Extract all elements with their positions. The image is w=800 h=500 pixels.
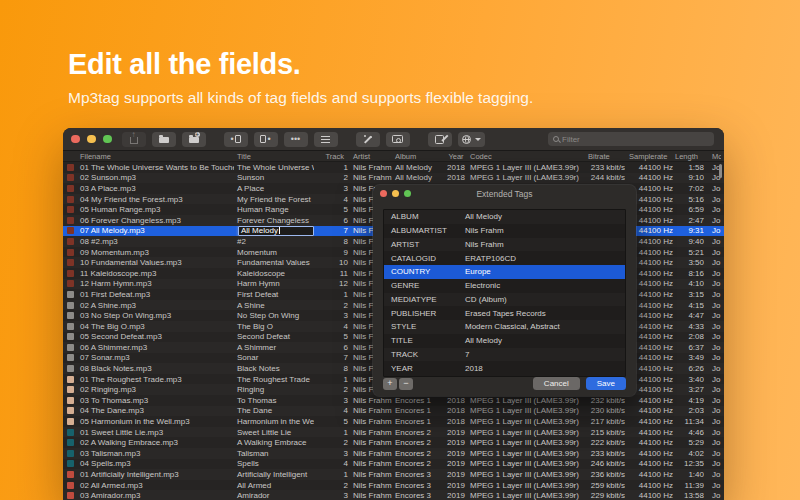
column-header-length[interactable]: Length [673,152,704,161]
column-header-album[interactable]: Album [393,152,444,161]
column-header-track[interactable]: Track [314,152,350,161]
track-row[interactable]: 02 All Armed.mp3All Armed2Nils FrahmEnco… [63,480,724,491]
cell-filename: 07 All Melody.mp3 [79,226,234,235]
minimize-button[interactable] [87,135,96,144]
cell-samplerate: 44100 Hz [625,428,673,437]
scrollbar-thumb[interactable] [719,164,722,178]
tag-field-row[interactable]: ALBUMARTISTNils Frahm [384,224,625,238]
save-button[interactable]: Save [586,377,626,390]
track-row[interactable]: 03 To Thomas.mp3To Thomas3Nils FrahmEnco… [63,395,724,406]
tag-field-name: TRACK [391,350,465,359]
tag-fields-list: ALBUMAll MelodyALBUMARTISTNils FrahmARTI… [383,209,626,377]
cell-title: The Roughest Trade [234,375,314,384]
tag-field-row[interactable]: TRACK7 [384,348,625,362]
album-art-thumbnail [67,354,74,361]
tag-field-name: GENRE [391,281,465,290]
actions-button[interactable] [356,132,380,147]
tag-field-row[interactable]: ARTISTNils Frahm [384,238,625,252]
cell-samplerate: 44100 Hz [625,491,673,500]
column-header-codec[interactable]: Codec [468,152,587,161]
cell-length: 3:27 [673,385,704,394]
save-tag-button[interactable]: • [254,132,278,147]
track-row[interactable]: 01 The Whole Universe Wants to Be Touche… [63,162,724,173]
tag-field-row[interactable]: ALBUMAll Melody [384,210,625,224]
cell-title: First Defeat [234,290,314,299]
cell-track: 2 [314,481,350,490]
web-sources-button[interactable] [458,132,485,147]
tag-field-row[interactable]: PUBLISHERErased Tapes Records [384,306,625,320]
filter-input[interactable] [562,135,709,144]
cell-modified: Jo [704,322,721,331]
cell-filename: 04 Spells.mp3 [79,459,234,468]
album-art-thumbnail [67,492,74,499]
track-row[interactable]: 01 Sweet Little Lie.mp3Sweet Little Lie1… [63,427,724,438]
tag-field-row[interactable]: STYLEModern Classical, Abstract [384,320,625,334]
cell-bitrate: 233 kbit/s [587,163,625,172]
cell-artist: Nils Frahm [350,163,393,172]
track-row[interactable]: 05 Harmonium in the Well.mp3Harmonium in… [63,416,724,427]
load-tag-button[interactable]: • [224,132,248,147]
track-row[interactable]: 02 Sunson.mp3Sunson2Nils FrahmAll Melody… [63,173,724,184]
cell-track: 4 [314,406,350,415]
column-header-title[interactable]: Title [234,152,314,161]
tag-field-name: ALBUMARTIST [391,226,465,235]
zoom-button[interactable] [103,135,112,144]
tag-field-row[interactable]: MEDIATYPECD (Album) [384,293,625,307]
album-art-button[interactable] [386,132,410,147]
track-row[interactable]: 03 Amirador.mp3Amirador3Nils FrahmEncore… [63,490,724,500]
add-field-button[interactable]: + [383,378,397,390]
cell-track: 6 [314,343,350,352]
column-header-year[interactable]: Year [444,152,468,161]
column-header-bitrate[interactable]: Bitrate [587,152,625,161]
convert-button[interactable] [428,132,452,147]
track-row[interactable]: 02 A Walking Embrace.mp3A Walking Embrac… [63,437,724,448]
cell-track: 1 [314,470,350,479]
album-art-thumbnail [67,227,74,234]
album-art-thumbnail [67,471,74,478]
cell-artist: Nils Frahm [350,470,393,479]
cell-codec: MPEG 1 Layer III (LAME3.99r) [468,406,587,415]
tag-field-row[interactable]: TITLEAll Melody [384,334,625,348]
cell-title: All Armed [234,481,314,490]
track-row[interactable]: 01 Artificially Intelligent.mp3Artificia… [63,469,724,480]
cell-length: 6:59 [673,205,704,214]
album-art-thumbnail [67,323,74,330]
album-art-thumbnail [67,302,74,309]
filter-field[interactable] [548,132,714,146]
document-icon [235,135,241,143]
add-folder-icon [189,137,199,143]
open-folder-button[interactable] [152,132,176,147]
cell-album: Encores 3 [393,491,444,500]
cell-filename: 06 A Shimmer.mp3 [79,343,234,352]
column-header-mc[interactable]: Mc [704,152,721,161]
tag-field-row[interactable]: COUNTRYEurope [384,265,625,279]
title-edit-field[interactable]: All Melody [238,226,314,236]
cell-modified: Jo [704,481,721,490]
album-art-thumbnail [67,217,74,224]
hero-section: Edit all the fields. Mp3tag supports all… [68,48,533,107]
column-header-samplerate[interactable]: Samplerate [625,152,673,161]
track-row[interactable]: 04 The Dane.mp3The Dane4Nils FrahmEncore… [63,406,724,417]
column-header-artist[interactable]: Artist [350,152,393,161]
track-row[interactable]: 03 Talisman.mp3Talisman3Nils FrahmEncore… [63,448,724,459]
cancel-button[interactable]: Cancel [533,377,580,390]
share-button[interactable] [122,132,146,147]
add-folder-button[interactable] [182,132,206,147]
share-icon [130,137,138,144]
tag-field-row[interactable]: YEAR2018 [384,361,625,375]
remove-tag-button[interactable]: ••• [284,132,308,147]
track-row[interactable]: 04 Spells.mp3Spells4Nils FrahmEncores 22… [63,459,724,470]
column-header-filename[interactable]: Filename [79,152,234,161]
close-button[interactable] [71,135,80,144]
cell-title: Harm Hymn [234,279,314,288]
tag-field-row[interactable]: GENREElectronic [384,279,625,293]
cell-modified: Jo [704,237,721,246]
columns-button[interactable] [314,132,338,147]
tag-field-value: ERATP106CD [465,254,625,263]
cell-title: The Big O [234,322,314,331]
remove-field-button[interactable]: − [399,378,413,390]
album-art-thumbnail [67,460,74,467]
tag-field-name: COUNTRY [391,267,465,276]
tag-field-row[interactable]: CATALOGIDERATP106CD [384,251,625,265]
cell-title: #2 [234,237,314,246]
